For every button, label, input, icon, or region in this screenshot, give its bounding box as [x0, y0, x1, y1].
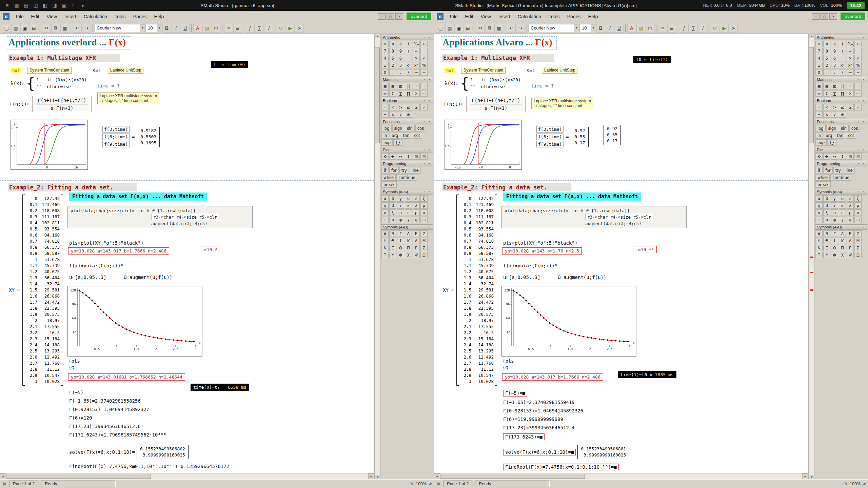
palette-button[interactable]: α — [381, 195, 389, 202]
palette-button[interactable]: xⁿ — [847, 62, 854, 68]
palette-button[interactable]: ⊟ — [389, 83, 396, 89]
palette-button[interactable]: tan — [835, 132, 845, 139]
menu-edit[interactable]: Edit — [461, 12, 477, 21]
palette-button[interactable]: exp — [381, 139, 393, 146]
restore-button[interactable]: □ — [387, 13, 394, 20]
palette-button[interactable]: + — [839, 48, 846, 54]
close-icon[interactable]: × — [862, 120, 865, 123]
palette-button[interactable]: Ψ — [847, 252, 854, 258]
radical-icon[interactable]: √ — [264, 24, 273, 33]
plot-function-definition[interactable]: plot(data;char;size;clr)≔ for k ∈ [1..ro… — [501, 206, 687, 228]
palette-button[interactable]: ω — [420, 217, 428, 223]
menu-view[interactable]: View — [43, 12, 61, 21]
palette-button[interactable]: Ε — [847, 230, 854, 237]
fit-function[interactable]: f(x)≔yo+a·(Γ(b;x))ⁿ — [503, 263, 557, 268]
xy-label[interactable]: XY ≔ — [9, 287, 20, 293]
cut-icon[interactable]: ✂ — [42, 24, 51, 33]
palette-button[interactable]: x² — [405, 62, 412, 68]
recalculate-icon[interactable]: ⟳ — [711, 24, 719, 33]
open-file-icon[interactable]: ▤ — [445, 24, 454, 33]
palette-button[interactable]: ᵀ — [413, 83, 420, 89]
palette-button[interactable]: μ — [854, 202, 862, 209]
palette-button[interactable]: Γ — [831, 230, 838, 237]
unitstep-note[interactable]: Laplace UnitStep — [108, 67, 143, 74]
f-results-matrix[interactable]: f(3;time) f(6;time) f(9;time) = 0.920.55… — [536, 126, 589, 147]
palette-button[interactable]: ρ — [413, 209, 420, 216]
palette-button[interactable]: ↕ — [389, 90, 396, 97]
pts-assignment[interactable]: pts≔plot(XY;"o";5;"black") — [69, 240, 143, 246]
summation-icon[interactable]: ∑ — [255, 24, 264, 33]
undo-icon[interactable]: ↶ — [73, 24, 82, 33]
palette-button[interactable]: ∨ — [397, 111, 404, 118]
palette-button[interactable]: cos — [415, 125, 426, 131]
border-icon[interactable]: ◻ — [646, 24, 654, 33]
palette-button[interactable]: η — [381, 202, 389, 209]
chevron-down-icon[interactable]: ▼ — [140, 24, 145, 32]
palette-button[interactable]: ← — [420, 41, 428, 47]
palette-button[interactable]: Ξ — [823, 245, 830, 251]
palette-button[interactable]: tan — [401, 132, 411, 139]
palette-button[interactable]: 9 — [831, 48, 838, 54]
restore-button[interactable]: □ — [821, 13, 828, 20]
clock[interactable]: 18:42 — [847, 2, 865, 9]
dock-icon[interactable]: ▫ — [423, 162, 427, 165]
palette-button[interactable]: for — [823, 167, 833, 174]
palette-button[interactable]: line — [844, 167, 855, 174]
system-timeconstant-note[interactable]: System TimeConstant — [461, 67, 506, 74]
insert-function-icon[interactable]: ƒ — [246, 24, 255, 33]
gamma-result-line[interactable]: Γ(−5)=■ — [503, 390, 527, 396]
palette-button[interactable]: ≥ — [847, 104, 854, 110]
palette-button[interactable]: ⋯ — [854, 90, 862, 97]
dock-icon[interactable]: ▫ — [423, 190, 427, 194]
palette-button[interactable]: ∨ — [831, 111, 838, 118]
paste-icon[interactable]: ▦ — [60, 24, 69, 33]
palette-section-arithmetic[interactable]: Arithmetic▫× — [381, 35, 433, 40]
s-assignment[interactable]: s≔1 — [93, 68, 101, 73]
chevron-down-icon[interactable]: ▼ — [574, 24, 579, 32]
palette-section-functions[interactable]: Functions▫× — [815, 119, 867, 124]
font-color-icon[interactable]: A — [193, 24, 202, 33]
palette-button[interactable]: ln — [815, 132, 823, 139]
palette-button[interactable]: 1 — [381, 62, 389, 68]
horizontal-scrollbar[interactable]: ◂ ▸ — [0, 473, 374, 479]
palette-button[interactable]: ι — [831, 202, 838, 209]
palette-button[interactable]: 3 — [831, 62, 838, 68]
dock-icon[interactable]: ▫ — [857, 36, 861, 39]
palette-button[interactable]: ψ — [413, 217, 420, 223]
menu-help[interactable]: Help — [150, 12, 167, 21]
palette-button[interactable]: e — [831, 41, 838, 47]
palette-button[interactable]: ≥ — [413, 104, 420, 110]
palette-button[interactable]: √ — [854, 55, 862, 61]
palette-button[interactable]: ≔ — [413, 69, 420, 76]
scroll-thumb[interactable] — [440, 474, 585, 479]
minimize-button[interactable]: – — [378, 13, 386, 20]
palette-button[interactable]: log — [381, 125, 392, 131]
palette-button[interactable]: sin — [839, 125, 848, 131]
pointer-icon[interactable]: ➤ — [295, 24, 304, 33]
palette-button[interactable]: Ο — [831, 245, 838, 251]
vertical-scrollbar[interactable]: ▴ ▾ — [374, 34, 380, 479]
close-icon[interactable]: × — [428, 78, 431, 81]
palette-button[interactable]: Ν — [381, 245, 389, 251]
gamma-result-line[interactable]: Γ(−1.65)=2.37402981559419 — [503, 400, 575, 405]
time-query[interactable]: time = ? — [97, 83, 120, 88]
fit-params-result[interactable]: yo≡10.028 a≡143.01681 b≡1.766652 n≡2.486… — [68, 373, 185, 381]
menu-calculation[interactable]: Calculation — [80, 12, 111, 21]
palette-button[interactable]: {} — [393, 139, 402, 146]
palette-button[interactable]: ω — [854, 217, 862, 223]
palette-button[interactable]: ζ — [854, 195, 862, 202]
palette-button[interactable]: κ — [405, 202, 412, 209]
palette-button[interactable]: ⟲ — [381, 153, 389, 160]
palette-button[interactable]: ✚ — [389, 153, 396, 160]
palette-button[interactable]: × — [847, 55, 854, 61]
palette-button[interactable]: Φ — [397, 252, 404, 258]
palette-button[interactable]: continue — [396, 174, 417, 181]
findroot-line[interactable]: FindRoot(Γ(x)=7.4756;x≡0.1;0.1;10⁻¹³)=■ — [503, 464, 619, 470]
palette-section-boolean[interactable]: Boolean▫× — [815, 98, 867, 103]
palette-button[interactable]: 8 — [389, 48, 396, 54]
palette-button[interactable]: % — [854, 62, 862, 68]
palette-section-boolean[interactable]: Boolean▫× — [381, 98, 433, 103]
menu-tools[interactable]: Tools — [111, 12, 130, 21]
font-color-icon[interactable]: A — [627, 24, 636, 33]
palette-button[interactable]: ρ — [847, 209, 854, 216]
